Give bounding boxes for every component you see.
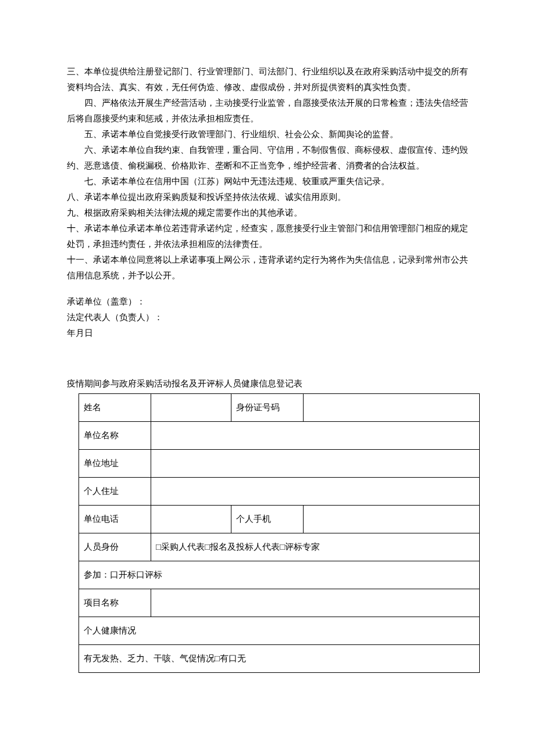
- participate-label: 参加：口开标口评标: [79, 561, 480, 589]
- table-row: 有无发热、乏力、干咳、气促情况□有口无: [79, 645, 480, 673]
- project-name-value: [151, 589, 480, 617]
- commitment-item-6: 六、承诺本单位自我约束、自我管理，重合同、守信用，不制假售假、商标侵权、虚假宣传…: [67, 142, 468, 174]
- commitment-item-9: 九、根据政府采购相关法律法规的规定需要作出的其他承诺。: [67, 205, 468, 221]
- personal-mobile-label: 个人手机: [231, 506, 303, 533]
- commitment-item-5: 五、承诺本单位自觉接受行政管理部门、行业组织、社会公众、新闻舆论的监督。: [67, 127, 468, 142]
- unit-phone-label: 单位电话: [79, 506, 151, 533]
- health-form-table: 姓名 身份证号码 单位名称 单位地址 个人住址 单位电话 个人手机 人员身份 □…: [79, 393, 480, 673]
- name-value: [151, 394, 231, 422]
- commitment-item-3: 三、本单位提供给注册登记部门、行业管理部门、司法部门、行业组织以及在政府采购活动…: [67, 64, 468, 95]
- table-row: 单位电话 个人手机: [79, 506, 480, 533]
- unit-phone-value: [151, 506, 231, 533]
- personal-addr-label: 个人住址: [79, 478, 151, 506]
- symptoms-label: 有无发热、乏力、干咳、气促情况□有口无: [79, 645, 480, 673]
- health-label: 个人健康情况: [79, 617, 480, 645]
- project-name-label: 项目名称: [79, 589, 151, 617]
- commitment-item-8: 八、承诺本单位提出政府采购质疑和投诉坚持依法依规、诚实信用原则。: [67, 189, 468, 205]
- personal-mobile-value: [303, 506, 479, 533]
- personal-addr-value: [151, 478, 480, 506]
- unit-name-label: 单位名称: [79, 422, 151, 450]
- table-row: 个人住址: [79, 478, 480, 506]
- id-value: [303, 394, 479, 422]
- signature-legal-rep: 法定代表人（负责人）：: [67, 310, 468, 325]
- table-row: 单位名称: [79, 422, 480, 450]
- table-row: 姓名 身份证号码: [79, 394, 480, 422]
- table-row: 个人健康情况: [79, 617, 480, 645]
- table-row: 参加：口开标口评标: [79, 561, 480, 589]
- identity-value: □采购人代表□报名及投标人代表□评标专家: [151, 533, 480, 561]
- signature-date: 年月日: [67, 325, 468, 341]
- table-row: 人员身份 □采购人代表□报名及投标人代表□评标专家: [79, 533, 480, 561]
- unit-addr-label: 单位地址: [79, 450, 151, 478]
- name-label: 姓名: [79, 394, 151, 422]
- identity-label: 人员身份: [79, 533, 151, 561]
- table-row: 单位地址: [79, 450, 480, 478]
- signature-unit: 承诺单位（盖章）：: [67, 294, 468, 310]
- table-row: 项目名称: [79, 589, 480, 617]
- id-label: 身份证号码: [231, 394, 303, 422]
- commitment-item-11: 十一、承诺本单位同意将以上承诺事项上网公示，违背承诺约定行为将作为失信信息，记录…: [67, 252, 468, 284]
- commitment-item-4: 四、严格依法开展生产经营活动，主动接受行业监管，自愿接受依法开展的日常检查；违法…: [67, 95, 468, 127]
- unit-name-value: [151, 422, 480, 450]
- health-form-title: 疫情期间参与政府采购活动报名及开评标人员健康信息登记表: [67, 376, 468, 392]
- commitment-item-10: 十、承诺本单位承诺本单位若违背承诺约定，经查实，愿意接受行业主管部门和信用管理部…: [67, 221, 468, 252]
- commitment-item-7: 七、承诺本单位在信用中国（江苏）网站中无违法违规、较重或严重失信记录。: [67, 174, 468, 189]
- unit-addr-value: [151, 450, 480, 478]
